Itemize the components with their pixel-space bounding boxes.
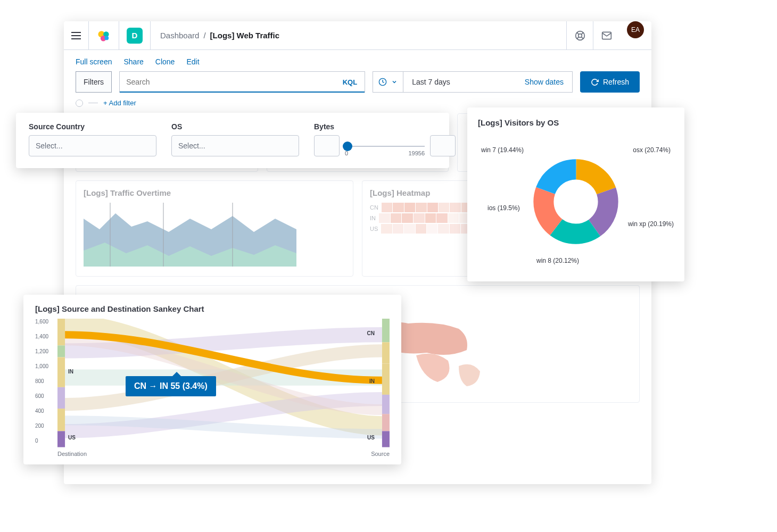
breadcrumb-current: [Logs] Web Traffic bbox=[210, 31, 280, 40]
svg-line-8 bbox=[581, 32, 583, 35]
source-country-label: Source Country bbox=[29, 122, 156, 131]
sankey-node-label: CN bbox=[367, 330, 375, 336]
sankey-tooltip: CN → IN 55 (3.4%) bbox=[126, 376, 216, 396]
heatmap-cell bbox=[404, 203, 415, 212]
donut-label-win8: win 8 (20.12%) bbox=[536, 257, 579, 264]
dashboard-toolbar: Full screen Share Clone Edit bbox=[64, 50, 651, 71]
os-select[interactable]: Select... bbox=[171, 135, 299, 156]
refresh-button[interactable]: Refresh bbox=[580, 71, 640, 93]
heatmap-cell bbox=[404, 224, 415, 234]
sankey-title: [Logs] Source and Destination Sankey Cha… bbox=[35, 304, 390, 313]
traffic-panel: [Logs] Traffic Overtime bbox=[76, 180, 353, 277]
date-range-label[interactable]: Last 7 days bbox=[412, 78, 450, 86]
sankey-ytick: 200 bbox=[35, 423, 44, 429]
mail-button[interactable] bbox=[593, 21, 619, 49]
heatmap-cell bbox=[382, 203, 392, 212]
sankey-ytick: 400 bbox=[35, 408, 44, 414]
slider-thumb-icon[interactable] bbox=[343, 142, 352, 151]
add-filter-link[interactable]: + Add filter bbox=[103, 99, 136, 107]
breadcrumb-parent[interactable]: Dashboard bbox=[160, 31, 199, 40]
sankey-ytick: 800 bbox=[35, 378, 44, 384]
breadcrumb: Dashboard / [Logs] Web Traffic bbox=[151, 31, 566, 40]
sankey-ytick: 1,000 bbox=[35, 363, 48, 369]
bytes-max-input[interactable] bbox=[430, 135, 456, 156]
heatmap-row-label: CN bbox=[370, 204, 378, 211]
share-link[interactable]: Share bbox=[123, 57, 143, 66]
clone-link[interactable]: Clone bbox=[155, 57, 175, 66]
svg-point-21 bbox=[543, 169, 608, 234]
heatmap-cell bbox=[450, 224, 460, 234]
heatmap-cell bbox=[448, 213, 459, 223]
heatmap-cell bbox=[414, 213, 425, 223]
sankey-panel: [Logs] Source and Destination Sankey Cha… bbox=[23, 295, 401, 464]
menu-button[interactable] bbox=[64, 21, 89, 49]
sankey-ytick: 600 bbox=[35, 393, 44, 399]
filter-anchor-icon bbox=[76, 99, 83, 107]
svg-rect-23 bbox=[57, 345, 65, 357]
app-tile-icon: D bbox=[127, 28, 143, 44]
svg-line-7 bbox=[581, 37, 583, 39]
svg-rect-25 bbox=[57, 387, 65, 409]
heatmap-row-label: IN bbox=[370, 215, 376, 221]
date-picker: Last 7 days Show dates bbox=[373, 71, 573, 93]
donut-label-ios: ios (19.5%) bbox=[487, 204, 520, 212]
heatmap-cell bbox=[436, 213, 448, 223]
svg-rect-33 bbox=[382, 431, 390, 447]
os-label: OS bbox=[171, 122, 299, 131]
bytes-slider[interactable]: 0 19956 bbox=[345, 146, 425, 156]
sankey-ytick: 1,600 bbox=[35, 319, 48, 325]
envelope-icon bbox=[601, 30, 612, 41]
heatmap-cell bbox=[416, 224, 426, 234]
bytes-max-label: 19956 bbox=[408, 150, 425, 156]
heatmap-cell bbox=[381, 224, 392, 234]
heatmap-cell bbox=[391, 213, 402, 223]
heatmap-cell bbox=[402, 213, 413, 223]
lifebuoy-icon bbox=[575, 30, 585, 41]
sankey-chart bbox=[57, 319, 390, 447]
svg-rect-30 bbox=[382, 364, 390, 395]
app-switcher[interactable]: D bbox=[119, 21, 151, 49]
edit-link[interactable]: Edit bbox=[186, 57, 199, 66]
full-screen-link[interactable]: Full screen bbox=[76, 57, 112, 66]
sankey-right-axis-label: Source bbox=[371, 451, 390, 457]
kql-toggle[interactable]: KQL bbox=[335, 78, 365, 86]
sankey-node-label: IN bbox=[369, 378, 375, 384]
svg-rect-31 bbox=[382, 395, 390, 414]
search-input[interactable] bbox=[120, 72, 335, 92]
heatmap-row-label: US bbox=[370, 226, 378, 232]
elastic-logo-icon bbox=[96, 28, 111, 43]
filters-button[interactable]: Filters bbox=[76, 71, 112, 93]
heatmap-cell bbox=[416, 203, 426, 212]
visitors-os-panel: [Logs] Visitors by OS win 7 (19.44%) osx… bbox=[467, 107, 684, 281]
area-chart bbox=[84, 203, 296, 267]
user-avatar[interactable]: EA bbox=[627, 21, 644, 38]
refresh-icon bbox=[591, 78, 599, 86]
controls-overlay: Source Country Select... OS Select... By… bbox=[16, 113, 449, 168]
sankey-node-label: US bbox=[68, 435, 76, 440]
quick-select-button[interactable] bbox=[373, 72, 403, 92]
heatmap-cell bbox=[438, 224, 449, 234]
help-button[interactable] bbox=[566, 21, 593, 49]
heatmap-cell bbox=[379, 213, 390, 223]
svg-rect-28 bbox=[382, 319, 390, 342]
refresh-label: Refresh bbox=[603, 78, 629, 86]
show-dates-link[interactable]: Show dates bbox=[525, 78, 564, 86]
sankey-node-label: IN bbox=[68, 369, 73, 375]
elastic-logo[interactable] bbox=[89, 21, 119, 49]
hamburger-icon bbox=[71, 32, 81, 39]
bytes-min-input[interactable] bbox=[314, 135, 340, 156]
heatmap-cell bbox=[393, 203, 403, 212]
source-country-select[interactable]: Select... bbox=[29, 135, 156, 156]
sankey-ytick: 0 bbox=[35, 438, 38, 444]
svg-line-6 bbox=[577, 32, 579, 35]
svg-rect-22 bbox=[57, 319, 65, 345]
donut-label-win7: win 7 (19.44%) bbox=[481, 146, 524, 154]
search-box: KQL bbox=[119, 71, 365, 93]
donut-label-winxp: win xp (20.19%) bbox=[628, 220, 674, 228]
breadcrumb-separator: / bbox=[203, 31, 205, 40]
heatmap-cell bbox=[439, 203, 449, 212]
svg-point-3 bbox=[104, 36, 109, 40]
bytes-label: Bytes bbox=[314, 122, 456, 131]
header-bar: D Dashboard / [Logs] Web Traffic EA bbox=[64, 21, 651, 50]
heatmap-cell bbox=[393, 224, 403, 234]
